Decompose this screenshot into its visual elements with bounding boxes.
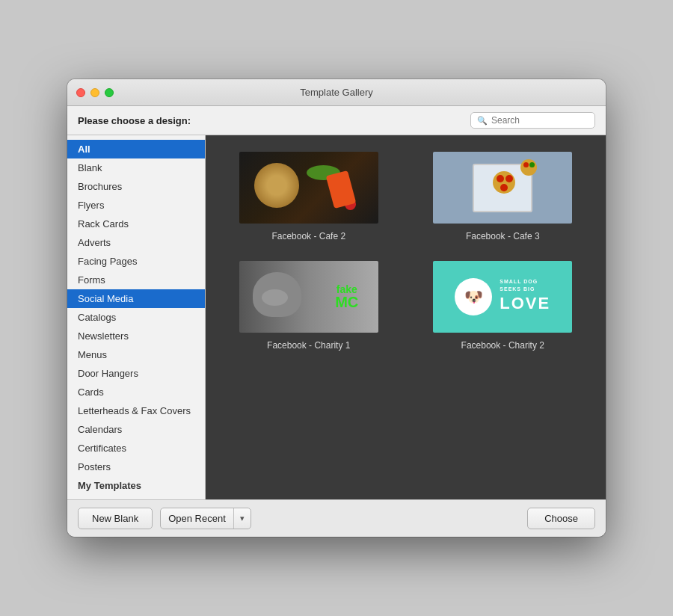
open-recent-label: Open Recent: [161, 508, 234, 529]
template-thumb-cafe3: [431, 150, 574, 225]
sidebar-item-facing-pages[interactable]: Facing Pages: [67, 252, 205, 271]
template-item-cafe3[interactable]: Facebook - Cafe 3: [415, 150, 591, 241]
template-thumb-charity1: fake MC: [238, 259, 380, 334]
sidebar-item-cards[interactable]: Cards: [67, 383, 205, 401]
sidebar-item-posters[interactable]: Posters: [67, 458, 205, 476]
sidebar-item-adverts[interactable]: Adverts: [67, 233, 205, 252]
titlebar: Template Gallery: [67, 79, 606, 106]
sidebar-item-social-media[interactable]: Social Media: [67, 289, 205, 308]
template-item-charity2[interactable]: 🐶 SMALL DOG SEEKS BIG LOVE Facebook - Ch…: [415, 259, 591, 351]
window-controls: [76, 88, 114, 97]
search-icon: 🔍: [477, 116, 488, 126]
sidebar-item-letterheads[interactable]: Letterheads & Fax Covers: [67, 401, 205, 420]
footer: New Blank Open Recent ▾ Choose: [67, 499, 606, 537]
sidebar-item-catalogs[interactable]: Catalogs: [67, 308, 205, 327]
charity2-text: SMALL DOG SEEKS BIG LOVE: [500, 278, 550, 315]
template-label-cafe2: Facebook - Cafe 2: [271, 231, 345, 241]
template-gallery: Facebook - Cafe 2 Facebook - Cafe 3: [206, 135, 606, 499]
template-item-cafe2[interactable]: Facebook - Cafe 2: [221, 150, 397, 241]
maximize-button[interactable]: [105, 88, 114, 97]
sidebar-item-blank[interactable]: Blank: [67, 158, 205, 177]
close-button[interactable]: [76, 88, 85, 97]
sidebar-item-certificates[interactable]: Certificates: [67, 439, 205, 458]
sidebar-item-newsletters[interactable]: Newsletters: [67, 327, 205, 345]
sidebar-item-my-templates[interactable]: My Templates: [67, 476, 205, 495]
choose-button[interactable]: Choose: [527, 508, 595, 529]
template-thumb-charity2: 🐶 SMALL DOG SEEKS BIG LOVE: [431, 259, 574, 334]
template-label-charity1: Facebook - Charity 1: [267, 340, 350, 351]
search-input[interactable]: [491, 115, 589, 126]
sidebar-item-menus[interactable]: Menus: [67, 345, 205, 364]
window-title: Template Gallery: [300, 87, 373, 98]
search-box: 🔍: [470, 112, 595, 129]
sidebar-item-forms[interactable]: Forms: [67, 271, 205, 289]
sidebar-item-door-hangers[interactable]: Door Hangers: [67, 364, 205, 383]
template-item-charity1[interactable]: fake MC Facebook - Charity 1: [221, 259, 397, 351]
new-blank-button[interactable]: New Blank: [78, 508, 153, 529]
content-area: All Blank Brochures Flyers Rack Cards Ad…: [67, 135, 606, 499]
template-label-cafe3: Facebook - Cafe 3: [466, 231, 540, 241]
template-gallery-window: Template Gallery Please choose a design:…: [67, 79, 606, 537]
toolbar: Please choose a design: 🔍: [67, 106, 606, 135]
sidebar-item-all[interactable]: All: [67, 140, 205, 158]
toolbar-label: Please choose a design:: [78, 115, 191, 126]
template-label-charity2: Facebook - Charity 2: [461, 340, 544, 351]
sidebar-item-rack-cards[interactable]: Rack Cards: [67, 215, 205, 233]
open-recent-arrow-icon[interactable]: ▾: [234, 509, 251, 528]
sidebar-item-calendars[interactable]: Calendars: [67, 420, 205, 439]
sidebar-item-brochures[interactable]: Brochures: [67, 177, 205, 196]
template-thumb-cafe2: [238, 150, 380, 225]
minimize-button[interactable]: [90, 88, 99, 97]
sidebar: All Blank Brochures Flyers Rack Cards Ad…: [67, 135, 206, 499]
sidebar-item-flyers[interactable]: Flyers: [67, 196, 205, 215]
open-recent-dropdown[interactable]: Open Recent ▾: [160, 508, 251, 529]
charity2-dog-icon: 🐶: [455, 278, 492, 315]
